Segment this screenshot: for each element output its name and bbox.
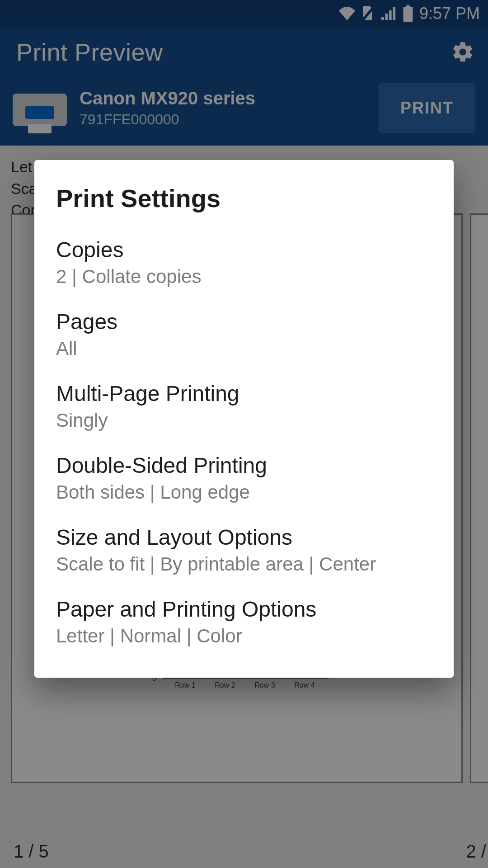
setting-pages[interactable]: PagesAll bbox=[34, 298, 454, 370]
setting-label: Paper and Printing Options bbox=[56, 597, 432, 622]
setting-multi-page-printing[interactable]: Multi-Page PrintingSingly bbox=[34, 370, 454, 442]
setting-value: Singly bbox=[56, 410, 432, 431]
setting-label: Copies bbox=[56, 237, 432, 262]
setting-label: Pages bbox=[56, 309, 432, 334]
dialog-title: Print Settings bbox=[34, 177, 454, 226]
setting-value: All bbox=[56, 338, 432, 359]
print-settings-dialog: Print Settings Copies2 | Collate copiesP… bbox=[34, 160, 454, 678]
setting-label: Double-Sided Printing bbox=[56, 453, 432, 478]
setting-label: Multi-Page Printing bbox=[56, 381, 432, 406]
setting-value: 2 | Collate copies bbox=[56, 266, 432, 288]
setting-paper-and-printing-options[interactable]: Paper and Printing OptionsLetter | Norma… bbox=[34, 586, 454, 658]
setting-size-and-layout-options[interactable]: Size and Layout OptionsScale to fit | By… bbox=[34, 514, 454, 586]
setting-value: Both sides | Long edge bbox=[56, 481, 432, 503]
setting-label: Size and Layout Options bbox=[56, 525, 432, 550]
setting-value: Scale to fit | By printable area | Cente… bbox=[56, 553, 432, 575]
setting-double-sided-printing[interactable]: Double-Sided PrintingBoth sides | Long e… bbox=[34, 442, 454, 514]
setting-copies[interactable]: Copies2 | Collate copies bbox=[34, 226, 454, 298]
setting-value: Letter | Normal | Color bbox=[56, 625, 432, 647]
